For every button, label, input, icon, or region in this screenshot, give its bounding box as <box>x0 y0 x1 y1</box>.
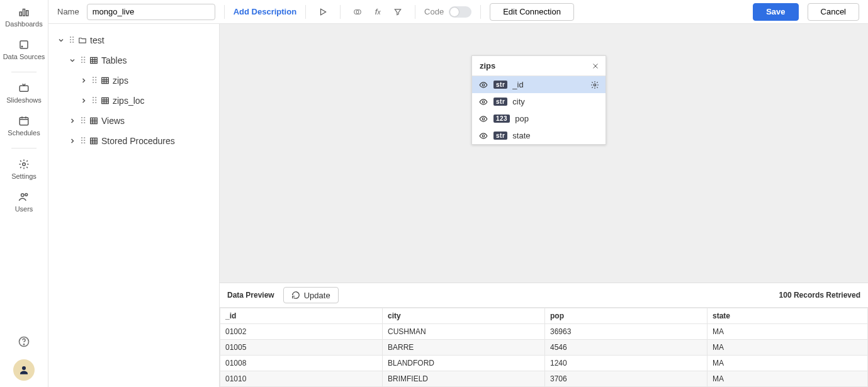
svg-point-12 <box>22 366 26 370</box>
table-icon <box>89 116 99 125</box>
col-city[interactable]: city <box>383 308 545 324</box>
field-name: city <box>512 97 525 106</box>
chevron-right-icon[interactable] <box>67 116 77 126</box>
code-toggle[interactable] <box>449 6 471 18</box>
field-row[interactable]: 123pop <box>472 110 606 127</box>
help-icon[interactable] <box>18 335 30 348</box>
cancel-button[interactable]: Cancel <box>808 3 859 21</box>
visibility-icon[interactable] <box>478 115 488 123</box>
chevron-right-icon[interactable] <box>79 76 89 86</box>
canvas[interactable]: zips str_idstrcity123popstrstate <box>220 24 868 283</box>
update-button[interactable]: Update <box>283 287 339 303</box>
field-row[interactable]: strcity <box>472 93 606 110</box>
gear-icon[interactable] <box>590 81 599 89</box>
filter-button[interactable] <box>390 4 406 20</box>
visibility-icon[interactable] <box>478 98 488 106</box>
svg-point-20 <box>482 84 485 86</box>
tree-table-zips-loc[interactable]: ⠿ zips_loc <box>48 91 219 111</box>
type-badge: str <box>493 98 507 106</box>
name-input[interactable] <box>87 4 215 20</box>
cell-id: 01005 <box>220 340 383 356</box>
type-badge: str <box>493 81 507 89</box>
drag-icon[interactable]: ⠿ <box>91 76 98 86</box>
nav-dashboards[interactable]: Dashboards <box>0 3 48 33</box>
nav-users[interactable]: Users <box>0 188 48 218</box>
table-icon <box>89 137 99 145</box>
col-id[interactable]: _id <box>220 308 383 324</box>
field-row[interactable]: strstate <box>472 127 606 144</box>
field-row[interactable]: str_id <box>472 76 606 93</box>
tree-item-label: zips_loc <box>113 96 145 106</box>
cell-pop: 1240 <box>545 356 707 371</box>
preview-table: _id city pop state 01002CUSHMAN36963MA01… <box>220 308 868 387</box>
popup-title: zips <box>480 61 495 70</box>
chevron-down-icon[interactable] <box>56 35 66 45</box>
chevron-right-icon[interactable] <box>67 136 77 146</box>
svg-rect-3 <box>20 41 28 48</box>
nav-settings[interactable]: Settings <box>0 155 48 185</box>
cell-state: MA <box>707 356 868 371</box>
svg-rect-6 <box>20 118 28 125</box>
tree-root-label: test <box>90 35 104 45</box>
user-avatar[interactable] <box>13 359 35 381</box>
chevron-down-icon[interactable] <box>67 55 77 65</box>
tree-table-zips[interactable]: ⠿ zips <box>48 70 219 91</box>
svg-point-8 <box>21 194 25 197</box>
tree-group-label: Tables <box>101 55 127 65</box>
tree-group-tables[interactable]: ⠿ Tables <box>48 50 219 70</box>
save-button[interactable]: Save <box>753 3 798 21</box>
table-row[interactable]: 01002CUSHMAN36963MA <box>220 324 868 340</box>
person-icon <box>18 364 30 376</box>
database-icon <box>18 39 30 50</box>
edit-connection-button[interactable]: Edit Connection <box>490 3 574 21</box>
name-label: Name <box>57 7 79 16</box>
type-badge: str <box>493 132 507 140</box>
visibility-icon[interactable] <box>478 132 488 140</box>
tree-root[interactable]: ⠿ test <box>48 30 219 50</box>
refresh-icon <box>291 291 300 300</box>
data-preview-panel: Data Preview Update 100 Records Retrieve… <box>220 283 868 387</box>
drag-icon[interactable]: ⠿ <box>80 116 86 126</box>
chevron-right-icon[interactable] <box>79 96 89 106</box>
cell-state: MA <box>707 340 868 356</box>
fx-button[interactable]: fx <box>369 4 386 20</box>
cell-pop: 36963 <box>545 324 707 340</box>
link-button[interactable] <box>349 4 366 20</box>
svg-point-4 <box>21 46 23 47</box>
tree-group-stored-procedures[interactable]: ⠿ Stored Procedures <box>48 131 219 151</box>
table-row[interactable]: 01010BRIMFIELD3706MA <box>220 371 868 387</box>
svg-point-7 <box>23 163 26 166</box>
svg-rect-17 <box>102 98 109 103</box>
close-icon[interactable] <box>592 62 599 70</box>
table-row[interactable]: 01008BLANDFORD1240MA <box>220 356 868 371</box>
nav-label: Data Sources <box>3 53 45 60</box>
tree-group-views[interactable]: ⠿ Views <box>48 111 219 131</box>
svg-point-11 <box>23 344 24 345</box>
nav-data-sources[interactable]: Data Sources <box>0 35 48 65</box>
folder-icon <box>77 36 87 45</box>
drag-icon[interactable]: ⠿ <box>69 35 75 45</box>
col-state[interactable]: state <box>707 308 868 324</box>
drag-icon[interactable]: ⠿ <box>80 55 86 65</box>
run-button[interactable] <box>315 4 331 20</box>
add-description-link[interactable]: Add Description <box>234 7 296 16</box>
table-icon <box>100 96 110 105</box>
type-badge: 123 <box>493 115 510 123</box>
users-icon <box>18 191 30 203</box>
nav-label: Dashboards <box>5 20 42 28</box>
drag-icon[interactable]: ⠿ <box>80 136 86 146</box>
svg-rect-18 <box>91 118 98 123</box>
table-row[interactable]: 01005BARRE4546MA <box>220 340 868 356</box>
nav-label: Users <box>15 205 33 213</box>
nav-slideshows[interactable]: Slideshows <box>0 79 48 109</box>
drag-icon[interactable]: ⠿ <box>91 96 98 106</box>
update-label: Update <box>304 291 330 300</box>
nav-label: Schedules <box>8 129 40 137</box>
nav-schedules[interactable]: Schedules <box>0 111 48 142</box>
cell-id: 01010 <box>220 371 383 387</box>
col-pop[interactable]: pop <box>545 308 707 324</box>
left-nav: Dashboards Data Sources Slideshows Sched… <box>0 0 48 387</box>
visibility-icon[interactable] <box>478 81 488 89</box>
svg-rect-2 <box>26 11 28 16</box>
play-icon <box>318 8 327 16</box>
